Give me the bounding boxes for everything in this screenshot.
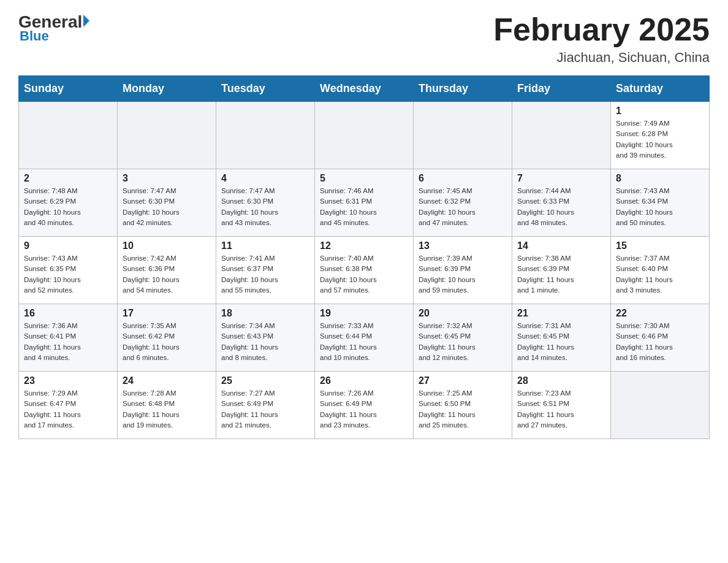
weekday-header-monday: Monday (118, 76, 216, 102)
day-info: Sunrise: 7:40 AM Sunset: 6:38 PM Dayligh… (320, 253, 408, 296)
day-info: Sunrise: 7:42 AM Sunset: 6:36 PM Dayligh… (123, 253, 211, 296)
title-area: February 2025 Jiachuan, Sichuan, China (493, 12, 710, 66)
day-info: Sunrise: 7:43 AM Sunset: 6:34 PM Dayligh… (616, 186, 704, 228)
day-info: Sunrise: 7:38 AM Sunset: 6:39 PM Dayligh… (517, 253, 605, 296)
location-title: Jiachuan, Sichuan, China (493, 50, 710, 66)
day-cell: 11Sunrise: 7:41 AM Sunset: 6:37 PM Dayli… (216, 237, 315, 304)
day-number: 22 (616, 308, 704, 319)
day-number: 16 (24, 308, 112, 319)
day-info: Sunrise: 7:29 AM Sunset: 6:47 PM Dayligh… (24, 388, 112, 431)
day-info: Sunrise: 7:47 AM Sunset: 6:30 PM Dayligh… (221, 186, 309, 228)
weekday-header-tuesday: Tuesday (216, 76, 315, 102)
weekday-header-sunday: Sunday (19, 76, 118, 102)
day-cell (512, 102, 611, 169)
weekday-header-wednesday: Wednesday (315, 76, 414, 102)
day-cell: 16Sunrise: 7:36 AM Sunset: 6:41 PM Dayli… (19, 304, 118, 372)
day-cell: 15Sunrise: 7:37 AM Sunset: 6:40 PM Dayli… (611, 237, 710, 304)
day-info: Sunrise: 7:27 AM Sunset: 6:49 PM Dayligh… (221, 388, 309, 431)
day-number: 5 (320, 173, 408, 184)
month-title: February 2025 (493, 12, 710, 47)
day-cell: 24Sunrise: 7:28 AM Sunset: 6:48 PM Dayli… (118, 372, 216, 439)
day-cell: 4Sunrise: 7:47 AM Sunset: 6:30 PM Daylig… (216, 169, 315, 237)
day-info: Sunrise: 7:41 AM Sunset: 6:37 PM Dayligh… (221, 253, 309, 296)
day-info: Sunrise: 7:37 AM Sunset: 6:40 PM Dayligh… (616, 253, 704, 296)
day-info: Sunrise: 7:39 AM Sunset: 6:39 PM Dayligh… (419, 253, 507, 296)
day-cell (611, 372, 710, 439)
day-number: 7 (517, 173, 605, 184)
day-number: 2 (24, 173, 112, 184)
day-cell: 8Sunrise: 7:43 AM Sunset: 6:34 PM Daylig… (611, 169, 710, 237)
day-number: 15 (616, 240, 704, 251)
day-cell: 27Sunrise: 7:25 AM Sunset: 6:50 PM Dayli… (414, 372, 512, 439)
week-row-3: 9Sunrise: 7:43 AM Sunset: 6:35 PM Daylig… (19, 237, 710, 304)
day-cell: 5Sunrise: 7:46 AM Sunset: 6:31 PM Daylig… (315, 169, 414, 237)
day-number: 27 (419, 375, 507, 386)
day-number: 4 (221, 173, 309, 184)
weekday-header-saturday: Saturday (611, 76, 710, 102)
day-number: 3 (123, 173, 211, 184)
week-row-1: 1Sunrise: 7:49 AM Sunset: 6:28 PM Daylig… (19, 102, 710, 169)
logo: General Blue (18, 12, 89, 44)
day-cell: 26Sunrise: 7:26 AM Sunset: 6:49 PM Dayli… (315, 372, 414, 439)
weekday-header-friday: Friday (512, 76, 611, 102)
day-cell (216, 102, 315, 169)
day-number: 10 (123, 240, 211, 251)
day-cell (414, 102, 512, 169)
day-info: Sunrise: 7:28 AM Sunset: 6:48 PM Dayligh… (123, 388, 211, 431)
day-info: Sunrise: 7:43 AM Sunset: 6:35 PM Dayligh… (24, 253, 112, 296)
header: General Blue February 2025 Jiachuan, Sic… (18, 12, 710, 66)
day-cell: 25Sunrise: 7:27 AM Sunset: 6:49 PM Dayli… (216, 372, 315, 439)
day-cell: 22Sunrise: 7:30 AM Sunset: 6:46 PM Dayli… (611, 304, 710, 372)
day-cell: 18Sunrise: 7:34 AM Sunset: 6:43 PM Dayli… (216, 304, 315, 372)
day-info: Sunrise: 7:30 AM Sunset: 6:46 PM Dayligh… (616, 321, 704, 363)
week-row-4: 16Sunrise: 7:36 AM Sunset: 6:41 PM Dayli… (19, 304, 710, 372)
day-cell: 12Sunrise: 7:40 AM Sunset: 6:38 PM Dayli… (315, 237, 414, 304)
day-cell: 21Sunrise: 7:31 AM Sunset: 6:45 PM Dayli… (512, 304, 611, 372)
day-number: 20 (419, 308, 507, 319)
day-info: Sunrise: 7:48 AM Sunset: 6:29 PM Dayligh… (24, 186, 112, 228)
day-info: Sunrise: 7:44 AM Sunset: 6:33 PM Dayligh… (517, 186, 605, 228)
day-number: 25 (221, 375, 309, 386)
logo-blue-text: Blue (20, 28, 49, 44)
day-cell: 1Sunrise: 7:49 AM Sunset: 6:28 PM Daylig… (611, 102, 710, 169)
day-info: Sunrise: 7:26 AM Sunset: 6:49 PM Dayligh… (320, 388, 408, 431)
day-number: 13 (419, 240, 507, 251)
day-cell (315, 102, 414, 169)
day-number: 11 (221, 240, 309, 251)
day-number: 26 (320, 375, 408, 386)
day-info: Sunrise: 7:32 AM Sunset: 6:45 PM Dayligh… (419, 321, 507, 363)
day-number: 17 (123, 308, 211, 319)
day-cell: 23Sunrise: 7:29 AM Sunset: 6:47 PM Dayli… (19, 372, 118, 439)
day-cell: 6Sunrise: 7:45 AM Sunset: 6:32 PM Daylig… (414, 169, 512, 237)
day-cell: 13Sunrise: 7:39 AM Sunset: 6:39 PM Dayli… (414, 237, 512, 304)
day-number: 14 (517, 240, 605, 251)
day-cell: 17Sunrise: 7:35 AM Sunset: 6:42 PM Dayli… (118, 304, 216, 372)
day-info: Sunrise: 7:35 AM Sunset: 6:42 PM Dayligh… (123, 321, 211, 363)
day-number: 12 (320, 240, 408, 251)
day-info: Sunrise: 7:25 AM Sunset: 6:50 PM Dayligh… (419, 388, 507, 431)
day-info: Sunrise: 7:49 AM Sunset: 6:28 PM Dayligh… (616, 118, 704, 161)
day-cell: 10Sunrise: 7:42 AM Sunset: 6:36 PM Dayli… (118, 237, 216, 304)
weekday-header-row: SundayMondayTuesdayWednesdayThursdayFrid… (19, 76, 710, 102)
day-number: 19 (320, 308, 408, 319)
day-cell (19, 102, 118, 169)
day-info: Sunrise: 7:36 AM Sunset: 6:41 PM Dayligh… (24, 321, 112, 363)
calendar: SundayMondayTuesdayWednesdayThursdayFrid… (18, 75, 710, 439)
day-cell: 3Sunrise: 7:47 AM Sunset: 6:30 PM Daylig… (118, 169, 216, 237)
day-number: 21 (517, 308, 605, 319)
day-number: 24 (123, 375, 211, 386)
logo-triangle-icon (83, 15, 89, 27)
day-number: 18 (221, 308, 309, 319)
day-cell: 14Sunrise: 7:38 AM Sunset: 6:39 PM Dayli… (512, 237, 611, 304)
day-cell (118, 102, 216, 169)
day-number: 9 (24, 240, 112, 251)
day-number: 6 (419, 173, 507, 184)
day-info: Sunrise: 7:31 AM Sunset: 6:45 PM Dayligh… (517, 321, 605, 363)
day-cell: 28Sunrise: 7:23 AM Sunset: 6:51 PM Dayli… (512, 372, 611, 439)
day-cell: 20Sunrise: 7:32 AM Sunset: 6:45 PM Dayli… (414, 304, 512, 372)
day-info: Sunrise: 7:45 AM Sunset: 6:32 PM Dayligh… (419, 186, 507, 228)
day-cell: 9Sunrise: 7:43 AM Sunset: 6:35 PM Daylig… (19, 237, 118, 304)
week-row-5: 23Sunrise: 7:29 AM Sunset: 6:47 PM Dayli… (19, 372, 710, 439)
day-number: 28 (517, 375, 605, 386)
day-cell: 19Sunrise: 7:33 AM Sunset: 6:44 PM Dayli… (315, 304, 414, 372)
